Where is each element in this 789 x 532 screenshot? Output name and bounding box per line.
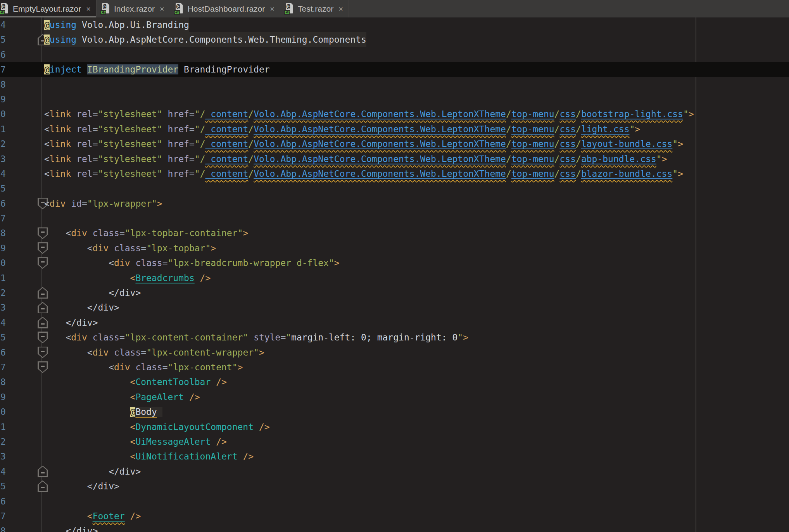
stylesheet-path-link[interactable]: Volo.Abp.AspNetCore.Components.Web.Lepto… (254, 109, 506, 119)
stylesheet-path-link[interactable]: Volo.Abp.AspNetCore.Components.Web.Lepto… (254, 169, 506, 179)
code-line[interactable]: 9 (0, 92, 789, 107)
close-icon[interactable]: × (338, 5, 343, 13)
stylesheet-path-link[interactable]: _content (205, 154, 249, 164)
code-line[interactable]: 1 <DynamicLayoutComponent /> (0, 420, 789, 434)
stylesheet-path-link[interactable]: _content (205, 109, 249, 119)
stylesheet-path-link[interactable]: css (559, 124, 576, 134)
code-line[interactable]: 5@using Volo.Abp.AspNetCore.Components.W… (0, 32, 789, 47)
tab-label: Index.razor (114, 4, 155, 14)
code-line[interactable]: 8 <div class="lpx-topbar-container"> (0, 226, 789, 240)
line-number: 4 (0, 464, 7, 479)
tab-label: EmptyLayout.razor (13, 4, 81, 14)
stylesheet-path-link[interactable]: Volo.Abp.AspNetCore.Components.Web.Lepto… (254, 154, 506, 164)
code-line[interactable]: 6<div id="lpx-wrapper"> (0, 196, 789, 211)
code-line[interactable]: 4<link rel="stylesheet" href="/_content/… (0, 166, 789, 181)
line-number: 3 (0, 152, 7, 166)
code-line[interactable]: 9 <div class="lpx-topbar"> (0, 241, 789, 256)
stylesheet-path-link[interactable]: top-menu (511, 124, 554, 134)
code-line[interactable]: 8 </div> (0, 523, 789, 532)
stylesheet-path-link[interactable]: _content (205, 139, 249, 149)
tab-hostdashboard-razor[interactable]: @C#HostDashboard.razor× (170, 0, 280, 17)
line-number: 9 (0, 241, 7, 256)
stylesheet-path-link[interactable]: blazor-bundle.css (581, 169, 672, 179)
code-line[interactable]: 7 <div class="lpx-content"> (0, 360, 789, 375)
line-number: 5 (0, 181, 7, 196)
tab-index-razor[interactable]: @C#Index.razor× (97, 0, 170, 17)
line-number: 4 (0, 166, 7, 181)
close-icon[interactable]: × (86, 5, 91, 13)
line-number: 0 (0, 256, 7, 270)
stylesheet-path-link[interactable]: layout-bundle.css (581, 139, 672, 149)
line-number: 9 (0, 390, 7, 404)
razor-file-icon: @C# (0, 3, 9, 15)
code-line[interactable]: 1<link rel="stylesheet" href="/_content/… (0, 122, 789, 136)
line-number: 6 (0, 494, 7, 509)
code-line[interactable]: 3 <UiNotificationAlert /> (0, 449, 789, 464)
line-number: 9 (0, 92, 7, 107)
code-line[interactable]: 4 </div> (0, 315, 789, 330)
line-number: 2 (0, 285, 7, 300)
code-line[interactable]: 7 <Footer /> (0, 509, 789, 523)
stylesheet-path-link[interactable]: Volo.Abp.AspNetCore.Components.Web.Lepto… (254, 124, 506, 134)
tab-test-razor[interactable]: @C#Test.razor× (280, 0, 349, 17)
code-line[interactable]: 0 <div class="lpx-breadcrumb-wrapper d-f… (0, 256, 789, 270)
line-number: 1 (0, 271, 7, 285)
editor-tab-bar: @C#EmptyLayout.razor×@C#Index.razor×@C#H… (0, 0, 789, 17)
stylesheet-path-link[interactable]: top-menu (511, 169, 554, 179)
line-number: 5 (0, 479, 7, 494)
close-icon[interactable]: × (270, 5, 275, 13)
line-number: 0 (0, 404, 7, 419)
code-line[interactable]: 0<link rel="stylesheet" href="/_content/… (0, 107, 789, 121)
code-line[interactable]: 6 <div class="lpx-content-wrapper"> (0, 345, 789, 360)
code-line[interactable]: 2 </div> (0, 285, 789, 300)
code-line[interactable]: 3<link rel="stylesheet" href="/_content/… (0, 152, 789, 166)
stylesheet-path-link[interactable]: css (559, 154, 576, 164)
code-line[interactable]: 8 <ContentToolbar /> (0, 375, 789, 389)
code-line[interactable]: 2<link rel="stylesheet" href="/_content/… (0, 136, 789, 151)
stylesheet-path-link[interactable]: css (559, 139, 576, 149)
code-line[interactable]: 8 (0, 77, 789, 92)
stylesheet-path-link[interactable]: css (559, 169, 576, 179)
close-icon[interactable]: × (160, 5, 164, 13)
line-number: 5 (0, 330, 7, 345)
stylesheet-path-link[interactable]: light.css (581, 124, 630, 134)
stylesheet-path-link[interactable]: top-menu (511, 109, 554, 119)
razor-file-icon: @C# (174, 3, 184, 15)
line-number: 4 (0, 17, 7, 32)
code-line[interactable]: 7 (0, 211, 789, 226)
code-line[interactable]: 6 (0, 47, 789, 62)
code-line[interactable]: 4@using Volo.Abp.Ui.Branding (0, 17, 789, 32)
code-line[interactable]: 5 </div> (0, 479, 789, 494)
line-number: 7 (0, 509, 7, 523)
stylesheet-path-link[interactable]: Volo.Abp.AspNetCore.Components.Web.Lepto… (254, 139, 506, 149)
code-editor[interactable]: 4@using Volo.Abp.Ui.Branding5@using Volo… (0, 17, 789, 532)
code-line[interactable]: 2 <UiMessageAlert /> (0, 434, 789, 449)
stylesheet-path-link[interactable]: bootstrap-light.css (581, 109, 683, 119)
ide-window: { "tabbar": { "tabs": [ {"label": "Empty… (0, 0, 789, 532)
stylesheet-path-link[interactable]: _content (205, 124, 249, 134)
line-number: 8 (0, 523, 7, 532)
stylesheet-path-link[interactable]: top-menu (511, 154, 554, 164)
line-number: 8 (0, 77, 7, 92)
component-reference[interactable]: Footer (93, 511, 125, 521)
code-line[interactable]: 9 <PageAlert /> (0, 390, 789, 404)
stylesheet-path-link[interactable]: top-menu (511, 139, 554, 149)
code-line[interactable]: 5 <div class="lpx-content-container" sty… (0, 330, 789, 345)
stylesheet-path-link[interactable]: abp-bundle.css (581, 154, 656, 164)
stylesheet-path-link[interactable]: css (559, 109, 576, 119)
code-line[interactable]: 7@inject IBrandingProvider BrandingProvi… (0, 62, 789, 77)
code-line[interactable]: 3 </div> (0, 300, 789, 315)
code-line[interactable]: 5 (0, 181, 789, 196)
component-reference[interactable]: Breadcrumbs (135, 273, 194, 283)
code-line[interactable]: 6 (0, 494, 789, 509)
line-number: 8 (0, 226, 7, 240)
code-line[interactable]: 0 @Body (0, 404, 789, 419)
tab-emptylayout-razor[interactable]: @C#EmptyLayout.razor× (0, 0, 97, 17)
line-number: 7 (0, 62, 7, 77)
line-number: 1 (0, 420, 7, 434)
stylesheet-path-link[interactable]: _content (205, 169, 249, 179)
code-line[interactable]: 1 <Breadcrumbs /> (0, 271, 789, 285)
code-line[interactable]: 4 </div> (0, 464, 789, 479)
line-number: 4 (0, 315, 7, 330)
tab-label: HostDashboard.razor (188, 4, 265, 14)
